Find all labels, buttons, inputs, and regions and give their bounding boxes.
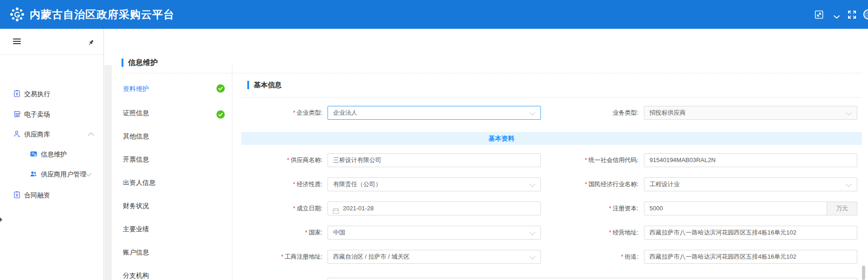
app-title: 内蒙古自治区政府采购云平台 — [30, 0, 174, 29]
check-circle-icon — [216, 110, 225, 119]
subsection-title: 基本资料 — [489, 132, 514, 145]
next-row-input-partial[interactable] — [328, 278, 857, 280]
vertical-scrollbar-thumb[interactable] — [862, 266, 865, 280]
info-doc-icon — [30, 150, 38, 158]
sidebar-item-e-marketplace[interactable]: 电子卖场 — [0, 109, 104, 119]
page-title: 信息维护 — [128, 58, 158, 68]
user-avatar[interactable] — [863, 9, 868, 20]
registered-capital-input[interactable]: 5000 万元 — [644, 202, 857, 215]
enterprise-type-select[interactable]: 企业法人 — [328, 106, 541, 120]
tab-major-performance[interactable]: 主要业绩 — [111, 224, 227, 234]
chevron-down-icon[interactable] — [833, 13, 840, 21]
tab-branch-info[interactable]: 分支机构 — [111, 270, 227, 280]
sidebar-item-info-maintenance[interactable]: 信息维护 — [0, 149, 104, 159]
section-title-bar — [247, 81, 249, 89]
business-type-select[interactable]: 招投标供应商 — [644, 106, 857, 120]
country-label: *国家: — [241, 226, 322, 240]
chevron-down-icon — [85, 170, 91, 176]
tab-investor-info[interactable]: 出资人信息 — [111, 177, 227, 188]
registration-address-select[interactable]: 西藏自治区 / 拉萨市 / 城关区 — [328, 250, 541, 264]
economic-nature-select[interactable]: 有限责任（公司） — [328, 177, 541, 191]
sidebar-item-supplier-library[interactable]: 供应商库 — [0, 129, 104, 139]
tab-license-info[interactable]: 证照信息 — [111, 108, 227, 118]
pin-icon[interactable] — [87, 39, 95, 46]
platform-logo-icon — [9, 7, 25, 22]
clipboard-yen-icon — [13, 90, 21, 98]
left-scroll-track — [104, 65, 112, 280]
sidebar-item-supplier-user-mgmt[interactable]: 供应商用户管理 — [0, 169, 104, 179]
storefront-icon — [13, 110, 21, 118]
contract-icon — [13, 191, 21, 199]
uscc-label: *统一社会信用代码: — [547, 153, 638, 167]
tab-account-info[interactable]: 账户信息 — [111, 247, 227, 257]
fullscreen-icon[interactable] — [848, 11, 856, 20]
registered-capital-label: *注册资本: — [547, 202, 638, 215]
sidebar-item-transaction-execution[interactable]: 交易执行 — [0, 89, 104, 99]
chevron-down-icon — [529, 110, 535, 116]
users-icon — [30, 170, 38, 178]
uscc-input[interactable]: 91540194MAB03RAL2N — [644, 153, 857, 167]
calendar-icon — [333, 206, 339, 215]
chevron-down-icon — [529, 229, 535, 235]
chevron-down-icon — [846, 181, 852, 187]
section-divider — [241, 97, 862, 98]
screen: 内蒙古自治区政府采购云平台 — [0, 0, 868, 280]
tabs-form-divider — [232, 65, 232, 280]
industry-label: *国民经济行业名称: — [547, 177, 638, 191]
country-select[interactable]: 中国 — [328, 226, 541, 240]
establish-date-label: *成立日期: — [241, 202, 322, 215]
street-label: *街道: — [547, 250, 638, 264]
business-address-input[interactable]: 西藏拉萨市八一路哈达滨河花园西区五排4栋16单元102 — [644, 226, 857, 240]
section-title: 基本信息 — [254, 80, 282, 90]
supplier-name-label: *供应商名称: — [241, 153, 322, 167]
sidebar-top-bar — [0, 29, 103, 55]
economic-nature-label: *经济性质: — [241, 177, 322, 191]
establish-date-picker[interactable]: 2021-01-28 — [328, 202, 541, 215]
subsection-band: 基本资料 — [241, 132, 862, 145]
page-title-bar — [122, 59, 123, 67]
tab-invoice-info[interactable]: 开票信息 — [111, 154, 227, 164]
business-address-label: *经营地址: — [547, 226, 638, 240]
resize-window-icon[interactable] — [815, 10, 823, 21]
check-circle-icon — [216, 84, 225, 93]
tab-data-maintenance[interactable]: 资料维护 — [111, 84, 227, 94]
sidebar-item-contract-financing[interactable]: 合同融资 — [0, 190, 104, 200]
app-header: 内蒙古自治区政府采购云平台 — [0, 0, 868, 29]
supplier-name-input[interactable]: 三桥设计有限公司 — [328, 153, 541, 167]
capital-unit-addon: 万元 — [827, 202, 857, 215]
title-divider — [122, 73, 862, 73]
industry-select[interactable]: 工程设计业 — [644, 177, 857, 191]
chevron-down-icon — [846, 110, 852, 116]
chevron-down-icon — [529, 181, 535, 187]
enterprise-type-label: *企业类型: — [241, 106, 322, 120]
tab-other-info[interactable]: 其他信息 — [111, 131, 227, 141]
tab-financial-status[interactable]: 财务状况 — [111, 201, 227, 211]
supplier-person-icon — [13, 130, 21, 138]
registration-address-label: *工商注册地址: — [241, 250, 322, 264]
business-type-label: 业务类型: — [547, 106, 638, 120]
chevron-up-icon — [88, 132, 94, 138]
sidebar: 交易执行 电子卖场 供应商库 — [0, 29, 104, 280]
street-input[interactable]: 西藏拉萨市八一路哈达滨河花园西区五排4栋16单元102 — [644, 250, 857, 264]
collapse-menu-icon[interactable] — [13, 39, 21, 44]
panel-expand-handle[interactable] — [0, 217, 2, 222]
chevron-down-icon — [529, 254, 535, 260]
